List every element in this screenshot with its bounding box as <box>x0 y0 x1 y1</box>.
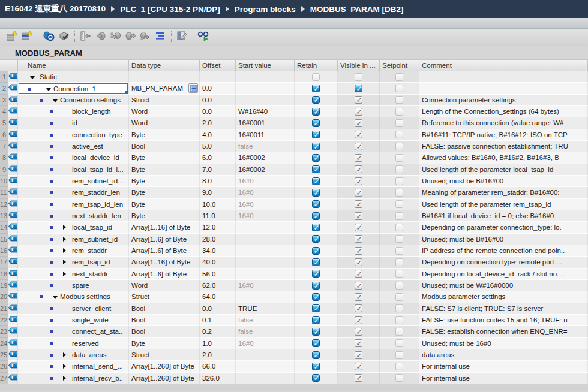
data-type-cell[interactable]: Byte <box>129 176 200 187</box>
start-value-cell[interactable]: 16#0 <box>236 176 295 187</box>
row-number[interactable]: 13 <box>0 210 8 222</box>
data-type-cell[interactable]: Struct <box>129 95 200 106</box>
retain-checkbox[interactable] <box>312 200 320 208</box>
column-header-visible-in-[interactable]: Visible in ... <box>338 60 380 71</box>
column-header-retain[interactable]: Retain <box>295 60 338 71</box>
retain-checkbox[interactable] <box>312 235 320 243</box>
visible-in-hmi-checkbox[interactable] <box>355 282 362 290</box>
retain-checkbox[interactable] <box>312 212 320 220</box>
visible-in-hmi-checkbox[interactable] <box>355 247 362 255</box>
data-type-cell[interactable]: Bool <box>129 141 200 152</box>
visible-in-hmi-checkbox[interactable] <box>355 293 362 301</box>
retain-checkbox[interactable] <box>312 224 320 231</box>
setpoint-checkbox[interactable] <box>395 258 403 266</box>
load-start-values-right-button[interactable] <box>123 30 137 44</box>
start-value-cell[interactable]: false <box>236 326 295 337</box>
visible-in-hmi-checkbox[interactable] <box>355 165 362 173</box>
row-number[interactable]: 6 <box>0 129 8 141</box>
row-number[interactable]: 24 <box>0 338 8 349</box>
row-number[interactable]: 18 <box>0 269 8 280</box>
data-type-cell[interactable]: Word <box>129 117 200 129</box>
comment-cell[interactable]: Used length of the parameter rem_tsap_id <box>419 199 588 210</box>
breadcrumb-item[interactable]: MODBUS_PARAM [DB2] <box>310 5 404 14</box>
name-cell[interactable]: data_areas <box>18 349 129 361</box>
start-value-cell[interactable]: false <box>236 141 295 152</box>
row-number[interactable]: 14 <box>0 222 8 233</box>
retain-checkbox[interactable] <box>312 339 320 347</box>
comment-cell[interactable] <box>419 71 588 83</box>
row-number[interactable]: 20 <box>0 291 8 303</box>
name-cell[interactable]: server_client <box>18 303 129 315</box>
comment-cell[interactable]: Depending on parameter connection_type: … <box>419 222 588 233</box>
visible-in-hmi-checkbox[interactable] <box>355 154 362 162</box>
setpoint-checkbox[interactable] <box>395 119 403 127</box>
name-cell[interactable]: rem_tsap_id <box>18 257 129 268</box>
visible-in-hmi-checkbox[interactable] <box>355 304 362 312</box>
setpoint-checkbox[interactable] <box>395 351 403 359</box>
data-type-cell[interactable]: Array[1..16] of Byte <box>129 257 200 268</box>
start-value-cell[interactable] <box>236 349 295 361</box>
start-value-cell[interactable]: false <box>236 315 295 326</box>
retain-checkbox[interactable] <box>312 282 320 290</box>
add-row-button[interactable] <box>20 30 34 44</box>
visible-in-hmi-checkbox[interactable] <box>355 363 362 370</box>
name-cell[interactable]: Modbus settings <box>18 291 129 303</box>
setpoint-checkbox[interactable] <box>395 374 403 382</box>
setpoint-checkbox[interactable] <box>395 282 403 290</box>
start-value-cell[interactable]: 16#0 <box>236 187 295 198</box>
name-cell[interactable]: local_tsap_id <box>18 222 129 233</box>
start-value-cell[interactable] <box>236 83 295 94</box>
setpoint-checkbox[interactable] <box>395 177 403 185</box>
column-header-setpoint[interactable]: Setpoint <box>380 60 419 71</box>
column-header-name[interactable]: Name <box>18 60 129 71</box>
row-number[interactable]: 8 <box>0 152 8 164</box>
comment-cell[interactable]: Allowed values: B#16#0, B#16#2, B#16#3, … <box>419 152 588 164</box>
retain-checkbox[interactable] <box>312 328 320 336</box>
data-type-cell[interactable]: Array[1..6] of Byte <box>129 269 200 280</box>
visible-in-hmi-checkbox[interactable] <box>355 258 362 266</box>
expander-icon[interactable] <box>63 225 66 230</box>
comment-cell[interactable]: Unused; must be B#16#00 <box>419 234 588 245</box>
data-type-cell[interactable]: Byte <box>129 152 200 164</box>
data-type-cell[interactable]: Word <box>129 106 200 117</box>
row-number[interactable]: 22 <box>0 315 8 326</box>
visible-in-hmi-checkbox[interactable] <box>355 177 362 185</box>
monitor-all-button[interactable] <box>196 30 211 44</box>
setpoint-checkbox[interactable] <box>395 339 403 347</box>
expander-icon[interactable] <box>53 296 58 299</box>
setpoint-checkbox[interactable] <box>395 270 403 278</box>
setpoint-checkbox[interactable] <box>395 73 403 81</box>
start-value-cell[interactable]: 16#0 <box>236 280 295 291</box>
comment-cell[interactable]: B#16#1 if local_device_id = 0; else B#16… <box>419 210 588 222</box>
start-value-cell[interactable] <box>236 71 295 83</box>
row-number[interactable]: 15 <box>0 234 8 245</box>
name-cell[interactable]: next_staddr <box>18 269 129 280</box>
start-value-cell[interactable]: 16#0 <box>236 199 295 210</box>
setpoint-checkbox[interactable] <box>395 328 403 336</box>
data-type-cell[interactable]: Array[1..260] of Byte <box>129 373 200 384</box>
setpoint-checkbox[interactable] <box>395 293 403 301</box>
name-cell[interactable]: connect_at_sta.. <box>18 326 129 337</box>
start-value-cell[interactable] <box>236 291 295 303</box>
start-value-cell[interactable] <box>236 361 295 372</box>
data-type-cell[interactable]: Byte <box>129 164 200 176</box>
start-value-cell[interactable] <box>236 373 295 384</box>
load-start-values-left-button[interactable] <box>93 30 107 44</box>
data-type-cell[interactable]: MB_PN_PARAM <box>129 83 200 94</box>
comment-cell[interactable]: Unused; must be W#16#0000 <box>419 280 588 291</box>
name-cell[interactable]: rem_staddr_len <box>18 187 129 198</box>
start-value-cell[interactable]: 16#0002 <box>236 164 295 176</box>
visible-in-hmi-checkbox[interactable] <box>355 96 362 104</box>
visible-in-hmi-checkbox[interactable] <box>355 85 362 92</box>
data-type-cell[interactable]: Array[1..6] of Byte <box>129 245 200 257</box>
data-type-cell[interactable]: Struct <box>129 349 200 361</box>
data-type-cell[interactable] <box>129 71 200 83</box>
setpoint-checkbox[interactable] <box>395 154 403 162</box>
visible-in-hmi-checkbox[interactable] <box>355 108 362 116</box>
initialize-setpoints-button[interactable] <box>175 30 189 44</box>
column-header-offset[interactable]: Offset <box>200 60 236 71</box>
start-value-cell[interactable] <box>236 269 295 280</box>
retain-checkbox[interactable] <box>312 351 320 359</box>
comment-cell[interactable]: Depending on local_device_id: rack / slo… <box>419 269 588 280</box>
comment-cell[interactable]: Modbus parameter settings <box>419 291 588 303</box>
